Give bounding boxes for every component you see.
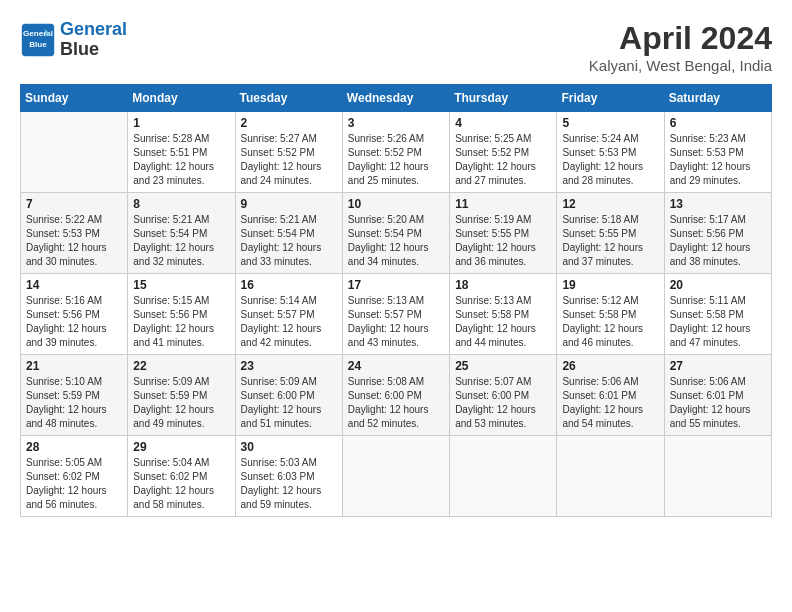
day-number: 19 xyxy=(562,278,658,292)
calendar-cell xyxy=(664,436,771,517)
day-info: Sunrise: 5:13 AM Sunset: 5:57 PM Dayligh… xyxy=(348,294,444,350)
calendar-cell: 8Sunrise: 5:21 AM Sunset: 5:54 PM Daylig… xyxy=(128,193,235,274)
calendar-cell: 15Sunrise: 5:15 AM Sunset: 5:56 PM Dayli… xyxy=(128,274,235,355)
day-info: Sunrise: 5:13 AM Sunset: 5:58 PM Dayligh… xyxy=(455,294,551,350)
calendar-cell: 24Sunrise: 5:08 AM Sunset: 6:00 PM Dayli… xyxy=(342,355,449,436)
day-number: 5 xyxy=(562,116,658,130)
day-info: Sunrise: 5:05 AM Sunset: 6:02 PM Dayligh… xyxy=(26,456,122,512)
location: Kalyani, West Bengal, India xyxy=(589,57,772,74)
day-number: 4 xyxy=(455,116,551,130)
weekday-header: Monday xyxy=(128,85,235,112)
calendar-cell: 4Sunrise: 5:25 AM Sunset: 5:52 PM Daylig… xyxy=(450,112,557,193)
weekday-header: Saturday xyxy=(664,85,771,112)
page-header: General Blue GeneralBlue April 2024 Kaly… xyxy=(20,20,772,74)
calendar-cell: 26Sunrise: 5:06 AM Sunset: 6:01 PM Dayli… xyxy=(557,355,664,436)
logo: General Blue GeneralBlue xyxy=(20,20,127,60)
day-info: Sunrise: 5:19 AM Sunset: 5:55 PM Dayligh… xyxy=(455,213,551,269)
day-info: Sunrise: 5:17 AM Sunset: 5:56 PM Dayligh… xyxy=(670,213,766,269)
day-info: Sunrise: 5:08 AM Sunset: 6:00 PM Dayligh… xyxy=(348,375,444,431)
calendar-cell: 5Sunrise: 5:24 AM Sunset: 5:53 PM Daylig… xyxy=(557,112,664,193)
calendar-cell: 28Sunrise: 5:05 AM Sunset: 6:02 PM Dayli… xyxy=(21,436,128,517)
day-number: 21 xyxy=(26,359,122,373)
day-number: 11 xyxy=(455,197,551,211)
calendar-week-row: 28Sunrise: 5:05 AM Sunset: 6:02 PM Dayli… xyxy=(21,436,772,517)
logo-icon: General Blue xyxy=(20,22,56,58)
day-info: Sunrise: 5:15 AM Sunset: 5:56 PM Dayligh… xyxy=(133,294,229,350)
calendar-cell: 23Sunrise: 5:09 AM Sunset: 6:00 PM Dayli… xyxy=(235,355,342,436)
day-number: 30 xyxy=(241,440,337,454)
calendar-cell xyxy=(342,436,449,517)
calendar-cell: 30Sunrise: 5:03 AM Sunset: 6:03 PM Dayli… xyxy=(235,436,342,517)
calendar-cell: 3Sunrise: 5:26 AM Sunset: 5:52 PM Daylig… xyxy=(342,112,449,193)
calendar-cell: 9Sunrise: 5:21 AM Sunset: 5:54 PM Daylig… xyxy=(235,193,342,274)
month-title: April 2024 xyxy=(589,20,772,57)
day-info: Sunrise: 5:03 AM Sunset: 6:03 PM Dayligh… xyxy=(241,456,337,512)
day-number: 6 xyxy=(670,116,766,130)
day-number: 14 xyxy=(26,278,122,292)
calendar-cell: 19Sunrise: 5:12 AM Sunset: 5:58 PM Dayli… xyxy=(557,274,664,355)
day-number: 22 xyxy=(133,359,229,373)
weekday-header: Wednesday xyxy=(342,85,449,112)
day-number: 8 xyxy=(133,197,229,211)
day-info: Sunrise: 5:06 AM Sunset: 6:01 PM Dayligh… xyxy=(670,375,766,431)
calendar-week-row: 7Sunrise: 5:22 AM Sunset: 5:53 PM Daylig… xyxy=(21,193,772,274)
title-block: April 2024 Kalyani, West Bengal, India xyxy=(589,20,772,74)
calendar-cell: 13Sunrise: 5:17 AM Sunset: 5:56 PM Dayli… xyxy=(664,193,771,274)
day-number: 2 xyxy=(241,116,337,130)
calendar-cell: 17Sunrise: 5:13 AM Sunset: 5:57 PM Dayli… xyxy=(342,274,449,355)
calendar-week-row: 21Sunrise: 5:10 AM Sunset: 5:59 PM Dayli… xyxy=(21,355,772,436)
day-number: 24 xyxy=(348,359,444,373)
day-number: 10 xyxy=(348,197,444,211)
weekday-header: Sunday xyxy=(21,85,128,112)
day-number: 23 xyxy=(241,359,337,373)
calendar-cell xyxy=(450,436,557,517)
day-number: 16 xyxy=(241,278,337,292)
day-number: 1 xyxy=(133,116,229,130)
day-info: Sunrise: 5:21 AM Sunset: 5:54 PM Dayligh… xyxy=(133,213,229,269)
calendar-cell xyxy=(557,436,664,517)
day-info: Sunrise: 5:24 AM Sunset: 5:53 PM Dayligh… xyxy=(562,132,658,188)
day-info: Sunrise: 5:04 AM Sunset: 6:02 PM Dayligh… xyxy=(133,456,229,512)
svg-text:Blue: Blue xyxy=(29,40,47,49)
day-info: Sunrise: 5:06 AM Sunset: 6:01 PM Dayligh… xyxy=(562,375,658,431)
calendar-cell: 6Sunrise: 5:23 AM Sunset: 5:53 PM Daylig… xyxy=(664,112,771,193)
logo-text: GeneralBlue xyxy=(60,20,127,60)
day-number: 7 xyxy=(26,197,122,211)
day-info: Sunrise: 5:18 AM Sunset: 5:55 PM Dayligh… xyxy=(562,213,658,269)
day-info: Sunrise: 5:23 AM Sunset: 5:53 PM Dayligh… xyxy=(670,132,766,188)
calendar-cell: 21Sunrise: 5:10 AM Sunset: 5:59 PM Dayli… xyxy=(21,355,128,436)
calendar-cell: 22Sunrise: 5:09 AM Sunset: 5:59 PM Dayli… xyxy=(128,355,235,436)
calendar-cell: 25Sunrise: 5:07 AM Sunset: 6:00 PM Dayli… xyxy=(450,355,557,436)
calendar-week-row: 14Sunrise: 5:16 AM Sunset: 5:56 PM Dayli… xyxy=(21,274,772,355)
day-info: Sunrise: 5:20 AM Sunset: 5:54 PM Dayligh… xyxy=(348,213,444,269)
day-info: Sunrise: 5:09 AM Sunset: 5:59 PM Dayligh… xyxy=(133,375,229,431)
calendar-cell: 12Sunrise: 5:18 AM Sunset: 5:55 PM Dayli… xyxy=(557,193,664,274)
day-number: 12 xyxy=(562,197,658,211)
calendar-table: SundayMondayTuesdayWednesdayThursdayFrid… xyxy=(20,84,772,517)
day-number: 18 xyxy=(455,278,551,292)
calendar-cell: 16Sunrise: 5:14 AM Sunset: 5:57 PM Dayli… xyxy=(235,274,342,355)
calendar-cell: 14Sunrise: 5:16 AM Sunset: 5:56 PM Dayli… xyxy=(21,274,128,355)
day-info: Sunrise: 5:27 AM Sunset: 5:52 PM Dayligh… xyxy=(241,132,337,188)
calendar-cell: 27Sunrise: 5:06 AM Sunset: 6:01 PM Dayli… xyxy=(664,355,771,436)
day-number: 20 xyxy=(670,278,766,292)
day-info: Sunrise: 5:28 AM Sunset: 5:51 PM Dayligh… xyxy=(133,132,229,188)
calendar-cell: 18Sunrise: 5:13 AM Sunset: 5:58 PM Dayli… xyxy=(450,274,557,355)
day-info: Sunrise: 5:16 AM Sunset: 5:56 PM Dayligh… xyxy=(26,294,122,350)
day-info: Sunrise: 5:07 AM Sunset: 6:00 PM Dayligh… xyxy=(455,375,551,431)
day-number: 13 xyxy=(670,197,766,211)
day-number: 17 xyxy=(348,278,444,292)
weekday-header: Thursday xyxy=(450,85,557,112)
day-number: 27 xyxy=(670,359,766,373)
day-number: 25 xyxy=(455,359,551,373)
day-info: Sunrise: 5:11 AM Sunset: 5:58 PM Dayligh… xyxy=(670,294,766,350)
day-number: 28 xyxy=(26,440,122,454)
calendar-cell xyxy=(21,112,128,193)
calendar-cell: 29Sunrise: 5:04 AM Sunset: 6:02 PM Dayli… xyxy=(128,436,235,517)
calendar-cell: 1Sunrise: 5:28 AM Sunset: 5:51 PM Daylig… xyxy=(128,112,235,193)
day-info: Sunrise: 5:21 AM Sunset: 5:54 PM Dayligh… xyxy=(241,213,337,269)
weekday-header-row: SundayMondayTuesdayWednesdayThursdayFrid… xyxy=(21,85,772,112)
weekday-header: Friday xyxy=(557,85,664,112)
day-number: 3 xyxy=(348,116,444,130)
calendar-week-row: 1Sunrise: 5:28 AM Sunset: 5:51 PM Daylig… xyxy=(21,112,772,193)
